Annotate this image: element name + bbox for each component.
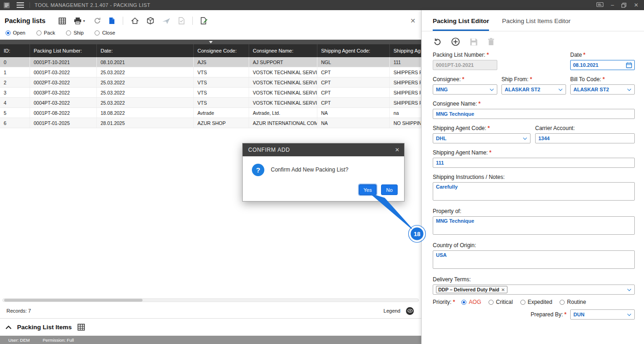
date-input[interactable] [570, 60, 635, 70]
grid-icon[interactable] [78, 324, 85, 331]
report-button[interactable] [179, 17, 185, 24]
table-cell: 0 [0, 57, 30, 67]
chevron-up-icon [6, 326, 12, 329]
calendar-icon[interactable] [626, 62, 632, 68]
property-of-textarea[interactable]: MNG Technique [433, 216, 635, 235]
editor-delete-button[interactable] [488, 38, 495, 46]
column-header-4[interactable]: Consignee Name: [249, 44, 317, 57]
editor-refresh-button[interactable] [433, 38, 441, 46]
editor-add-button[interactable] [451, 37, 460, 46]
filter-radio-pack[interactable]: Pack [36, 30, 55, 36]
delivery-terms-select[interactable]: DDP – Delivered Duty Paid ✕ [433, 285, 635, 295]
consignee-select[interactable]: MNG [433, 84, 497, 95]
packing-list-items-section[interactable]: Packing List Items [0, 318, 421, 336]
tab-packing-list-editor[interactable]: Packing List Editor [433, 18, 489, 31]
chevron-down-icon [559, 87, 562, 90]
chat-icon[interactable] [596, 2, 603, 8]
filter-radio-ship[interactable]: Ship [66, 30, 83, 36]
grid-top-strip[interactable] [0, 40, 421, 44]
column-header-3[interactable]: Consignee Code: [194, 44, 249, 57]
table-row[interactable]: 20002PT-03-202225.03.2022VTSVOSTOK TECHN… [0, 77, 421, 88]
table-cell: 08.10.2021 [97, 57, 194, 67]
no-button[interactable]: No [381, 184, 398, 195]
delivery-term-chip: DDP – Delivered Duty Paid ✕ [436, 286, 507, 293]
editor-save-button[interactable] [470, 38, 478, 46]
home-button[interactable] [131, 17, 139, 24]
print-button[interactable]: ▼ [74, 17, 86, 24]
close-window-button[interactable]: ✕ [634, 2, 638, 8]
scrollbar-track[interactable] [2, 298, 419, 302]
carrier-account-input[interactable] [535, 133, 635, 143]
radio-icon [560, 300, 565, 305]
shipping-instructions-textarea[interactable]: Carefully [433, 182, 635, 201]
table-row[interactable]: 10001PT-03-202225.03.2022VTSVOSTOK TECHN… [0, 67, 421, 77]
table-cell: NGL [317, 57, 390, 67]
legend-toggle-button[interactable] [406, 307, 414, 315]
bill-to-code-select[interactable]: ALASKAR ST2 [570, 84, 635, 95]
prepared-by-select[interactable]: DUN [570, 309, 635, 320]
table-cell: CPT [317, 98, 390, 107]
column-header-6[interactable]: Shipping Age [390, 44, 421, 57]
toolbar-separator [192, 17, 193, 25]
bill-to-code-label: Bill To Code:* [570, 76, 635, 83]
table-row[interactable]: 50001PT-08-202218.08.2022AvtradeAvtrade,… [0, 108, 421, 118]
priority-radio-aog[interactable]: AOG [461, 299, 481, 305]
titlebar-separator [30, 2, 30, 8]
table-cell: Avtrade, Ltd. [249, 108, 317, 118]
shipping-instructions-label: Shipping Instructions / Notes: [433, 174, 635, 180]
table-cell: AZUR INTERNATIONAL COMP... [249, 118, 317, 128]
table-cell: CPT [317, 88, 390, 97]
yes-button[interactable]: Yes [359, 184, 376, 195]
menu-hamburger-icon[interactable] [17, 2, 24, 8]
minimize-button[interactable]: – [611, 2, 614, 8]
ship-button[interactable] [162, 18, 171, 24]
priority-radio-routine[interactable]: Routine [560, 299, 586, 305]
edit-document-button[interactable] [201, 17, 208, 24]
table-body: 00001PT-10-202108.10.2021AJSAJ SUPPORTNG… [0, 57, 421, 128]
grid-view-button[interactable] [59, 18, 66, 24]
column-header-1[interactable]: Packing List Number: [30, 44, 97, 57]
table-row[interactable]: 30003PT-03-202225.03.2022VTSVOSTOK TECHN… [0, 88, 421, 98]
refresh-button[interactable] [94, 17, 101, 24]
consignee-name-input[interactable] [433, 109, 635, 119]
table-row[interactable]: 00001PT-10-202108.10.2021AJSAJ SUPPORTNG… [0, 57, 421, 67]
trash-icon [488, 38, 495, 46]
pack-items-button[interactable] [147, 17, 154, 24]
date-label: Date* [570, 52, 635, 58]
column-header-0[interactable]: ID: [0, 44, 30, 57]
chip-remove-icon[interactable]: ✕ [501, 287, 505, 292]
radio-icon [66, 30, 71, 36]
scrollbar-thumb[interactable] [4, 299, 143, 302]
table-cell: SHIPPERS RESPO [390, 77, 421, 87]
table-cell: 0001PT-08-2022 [30, 108, 97, 118]
table-row[interactable]: 40004PT-03-202225.03.2022VTSVOSTOK TECHN… [0, 98, 421, 108]
table-cell: VTS [194, 98, 249, 107]
status-filter-radios: OpenPackShipClose [5, 29, 416, 40]
maximize-button[interactable] [621, 3, 626, 8]
country-of-origin-textarea[interactable]: USA [433, 250, 635, 269]
date-text-input[interactable] [573, 62, 626, 68]
column-header-5[interactable]: Shipping Agent Code: [317, 44, 390, 57]
horizontal-scrollbar[interactable] [0, 297, 421, 303]
priority-option-label: Critical [496, 299, 513, 305]
chevron-down-icon [627, 312, 631, 315]
filter-radio-open[interactable]: Open [6, 30, 25, 36]
table-cell: SHIPPERS RESPO [390, 88, 421, 97]
priority-radio-critical[interactable]: Critical [489, 299, 513, 305]
table-row[interactable]: 60001PT-01-202528.01.2025AZUR SHOPAZUR I… [0, 118, 421, 128]
refresh-icon [433, 38, 441, 46]
dialog-header[interactable]: CONFIRM ADD ✕ [243, 143, 404, 156]
table-cell: 25.03.2022 [97, 88, 194, 97]
filter-radio-close[interactable]: Close [95, 30, 115, 36]
panel-close-button[interactable]: ✕ [410, 17, 416, 24]
ship-from-select[interactable]: ALASKAR ST2 [501, 84, 566, 95]
table-cell: 0001PT-01-2025 [30, 118, 97, 128]
priority-radio-expedited[interactable]: Expedited [520, 299, 552, 305]
dialog-close-button[interactable]: ✕ [395, 147, 400, 153]
tab-packing-list-items-editor[interactable]: Packing List Items Editor [502, 18, 571, 31]
new-packing-list-button[interactable] [109, 17, 115, 24]
shipping-agent-name-input[interactable] [433, 158, 635, 168]
shipping-agent-code-select[interactable]: DHL [433, 133, 531, 143]
grid-icon [59, 18, 66, 24]
column-header-2[interactable]: Date: [97, 44, 194, 57]
